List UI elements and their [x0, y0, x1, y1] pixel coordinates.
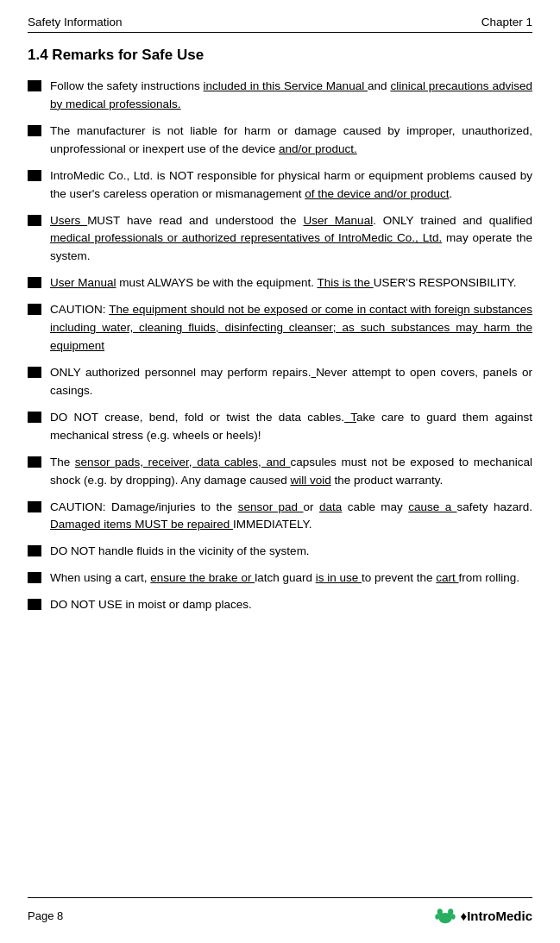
- intromedic-logo-icon: [433, 903, 457, 927]
- list-item: Users MUST have read and understood the …: [28, 212, 532, 267]
- list-item: User Manual must ALWAYS be with the equi…: [28, 274, 532, 292]
- list-item: IntroMedic Co., Ltd. is NOT responsible …: [28, 167, 532, 204]
- header-right: Chapter 1: [481, 16, 532, 28]
- bullet-content: User Manual must ALWAYS be with the equi…: [50, 274, 532, 292]
- bullet-content: DO NOT handle fluids in the vicinity of …: [50, 543, 532, 561]
- list-item: CAUTION: Damage/injuries to the sensor p…: [28, 499, 532, 535]
- list-item: ONLY authorized personnel may perform re…: [28, 364, 532, 400]
- bullet-square-icon: [28, 456, 41, 468]
- bullet-square-icon: [28, 572, 41, 583]
- bullet-square-icon: [28, 412, 41, 423]
- bullet-content: Follow the safety instructions included …: [50, 78, 532, 114]
- bullet-square-icon: [28, 367, 41, 378]
- svg-point-3: [435, 914, 439, 919]
- page-container: Safety Information Chapter 1 1.4 Remarks…: [0, 0, 560, 943]
- section-title: 1.4 Remarks for Safe Use: [28, 47, 532, 64]
- bullet-square-icon: [28, 170, 41, 181]
- header-left: Safety Information: [28, 16, 123, 28]
- list-item: DO NOT handle fluids in the vicinity of …: [28, 543, 532, 561]
- bullet-square-icon: [28, 599, 41, 610]
- list-item: Follow the safety instructions included …: [28, 78, 532, 114]
- bullet-square-icon: [28, 125, 41, 136]
- bullet-content: The manufacturer is not liable for harm …: [50, 123, 532, 159]
- bullet-square-icon: [28, 304, 41, 315]
- bullet-content: CAUTION: The equipment should not be exp…: [50, 301, 532, 355]
- bullet-square-icon: [28, 80, 41, 91]
- bullet-square-icon: [28, 545, 41, 556]
- list-item: The sensor pads, receiver, data cables, …: [28, 454, 532, 490]
- bullet-content: DO NOT crease, bend, fold or twist the d…: [50, 409, 532, 445]
- bullet-square-icon: [28, 277, 41, 288]
- svg-point-4: [451, 914, 456, 919]
- list-item: The manufacturer is not liable for harm …: [28, 123, 532, 159]
- bullet-content: DO NOT USE in moist or damp places.: [50, 596, 532, 614]
- page-header: Safety Information Chapter 1: [28, 16, 532, 33]
- bullet-content: CAUTION: Damage/injuries to the sensor p…: [50, 499, 532, 535]
- list-item: DO NOT USE in moist or damp places.: [28, 596, 532, 614]
- bullet-square-icon: [28, 501, 41, 512]
- logo-text: ♦IntroMedic: [461, 908, 533, 923]
- page-number: Page 8: [28, 909, 63, 922]
- bullet-content: The sensor pads, receiver, data cables, …: [50, 454, 532, 490]
- bullet-content: Users MUST have read and understood the …: [50, 212, 532, 267]
- page-footer: Page 8 ♦IntroMedic: [28, 897, 532, 927]
- bullet-list: Follow the safety instructions included …: [28, 78, 532, 623]
- logo: ♦IntroMedic: [433, 903, 533, 927]
- list-item: DO NOT crease, bend, fold or twist the d…: [28, 409, 532, 445]
- bullet-content: IntroMedic Co., Ltd. is NOT responsible …: [50, 167, 532, 204]
- bullet-content: When using a cart, ensure the brake or l…: [50, 569, 532, 588]
- bullet-content: ONLY authorized personnel may perform re…: [50, 364, 532, 400]
- list-item: When using a cart, ensure the brake or l…: [28, 569, 532, 588]
- bullet-square-icon: [28, 215, 41, 226]
- list-item: CAUTION: The equipment should not be exp…: [28, 301, 532, 355]
